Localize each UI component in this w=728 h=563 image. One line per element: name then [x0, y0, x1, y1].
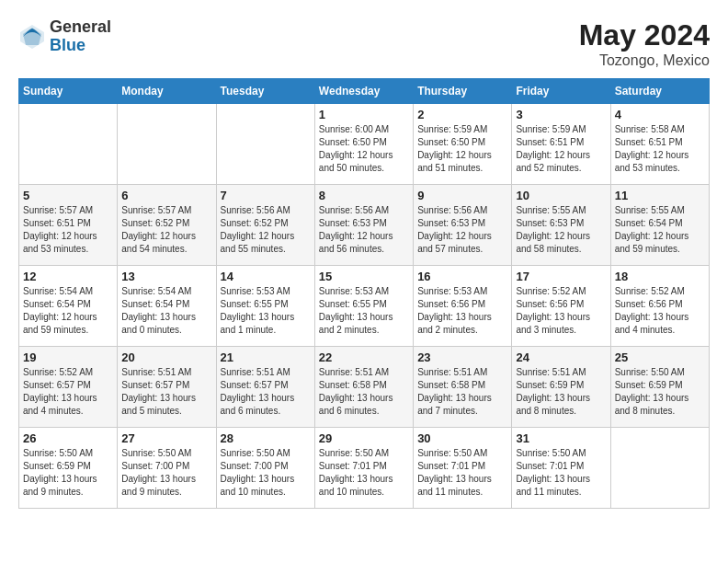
- calendar-week-row: 19Sunrise: 5:52 AM Sunset: 6:57 PM Dayli…: [19, 347, 710, 428]
- day-number: 17: [516, 270, 606, 283]
- day-info: Sunrise: 5:50 AM Sunset: 7:01 PM Dayligh…: [319, 447, 409, 499]
- day-info: Sunrise: 5:51 AM Sunset: 6:58 PM Dayligh…: [417, 366, 507, 418]
- day-info: Sunrise: 5:59 AM Sunset: 6:50 PM Dayligh…: [417, 123, 507, 175]
- day-info: Sunrise: 5:55 AM Sunset: 6:54 PM Dayligh…: [615, 204, 705, 256]
- calendar-cell: 23Sunrise: 5:51 AM Sunset: 6:58 PM Dayli…: [414, 347, 512, 428]
- calendar-cell: [19, 104, 118, 185]
- calendar-cell: 20Sunrise: 5:51 AM Sunset: 6:57 PM Dayli…: [118, 347, 216, 428]
- day-info: Sunrise: 5:57 AM Sunset: 6:52 PM Dayligh…: [121, 204, 211, 256]
- day-number: 4: [615, 108, 705, 121]
- calendar-cell: 8Sunrise: 5:56 AM Sunset: 6:53 PM Daylig…: [314, 185, 413, 266]
- page-title: May 2024: [579, 18, 710, 52]
- day-info: Sunrise: 5:52 AM Sunset: 6:57 PM Dayligh…: [23, 366, 113, 418]
- days-header-row: SundayMondayTuesdayWednesdayThursdayFrid…: [19, 79, 710, 104]
- day-number: 14: [221, 270, 311, 283]
- day-info: Sunrise: 5:53 AM Sunset: 6:55 PM Dayligh…: [221, 285, 311, 337]
- calendar-cell: 7Sunrise: 5:56 AM Sunset: 6:52 PM Daylig…: [216, 185, 314, 266]
- calendar-cell: 27Sunrise: 5:50 AM Sunset: 7:00 PM Dayli…: [118, 428, 216, 509]
- calendar-cell: 5Sunrise: 5:57 AM Sunset: 6:51 PM Daylig…: [19, 185, 118, 266]
- day-info: Sunrise: 5:54 AM Sunset: 6:54 PM Dayligh…: [121, 285, 211, 337]
- calendar-cell: 21Sunrise: 5:51 AM Sunset: 6:57 PM Dayli…: [216, 347, 314, 428]
- day-number: 31: [516, 431, 606, 445]
- logo-general: General: [50, 18, 111, 37]
- day-info: Sunrise: 5:54 AM Sunset: 6:54 PM Dayligh…: [23, 285, 113, 337]
- calendar-cell: 25Sunrise: 5:50 AM Sunset: 6:59 PM Dayli…: [610, 347, 709, 428]
- day-of-week-header: Thursday: [414, 79, 512, 104]
- day-info: Sunrise: 5:51 AM Sunset: 6:57 PM Dayligh…: [121, 366, 211, 418]
- calendar-week-row: 12Sunrise: 5:54 AM Sunset: 6:54 PM Dayli…: [19, 266, 710, 347]
- calendar-cell: 18Sunrise: 5:52 AM Sunset: 6:56 PM Dayli…: [610, 266, 709, 347]
- day-number: 11: [615, 189, 705, 202]
- day-of-week-header: Wednesday: [314, 79, 413, 104]
- day-number: 23: [417, 350, 507, 364]
- day-number: 6: [121, 189, 211, 202]
- page-header: General Blue May 2024 Tozongo, Mexico: [18, 18, 710, 69]
- day-number: 2: [417, 108, 507, 121]
- calendar-table: SundayMondayTuesdayWednesdayThursdayFrid…: [18, 78, 710, 509]
- calendar-cell: 29Sunrise: 5:50 AM Sunset: 7:01 PM Dayli…: [314, 428, 413, 509]
- calendar-cell: 24Sunrise: 5:51 AM Sunset: 6:59 PM Dayli…: [512, 347, 610, 428]
- calendar-week-row: 1Sunrise: 6:00 AM Sunset: 6:50 PM Daylig…: [19, 104, 710, 185]
- calendar-cell: 22Sunrise: 5:51 AM Sunset: 6:58 PM Dayli…: [314, 347, 413, 428]
- day-number: 22: [319, 350, 409, 364]
- calendar-cell: [610, 428, 709, 509]
- day-info: Sunrise: 5:53 AM Sunset: 6:55 PM Dayligh…: [319, 285, 409, 337]
- day-of-week-header: Friday: [512, 79, 610, 104]
- day-info: Sunrise: 5:55 AM Sunset: 6:53 PM Dayligh…: [516, 204, 606, 256]
- day-number: 15: [319, 270, 409, 283]
- day-number: 3: [516, 108, 606, 121]
- day-number: 5: [23, 189, 113, 202]
- day-number: 26: [23, 431, 113, 445]
- calendar-cell: 17Sunrise: 5:52 AM Sunset: 6:56 PM Dayli…: [512, 266, 610, 347]
- calendar-cell: 16Sunrise: 5:53 AM Sunset: 6:56 PM Dayli…: [414, 266, 512, 347]
- day-info: Sunrise: 5:51 AM Sunset: 6:58 PM Dayligh…: [319, 366, 409, 418]
- calendar-week-row: 26Sunrise: 5:50 AM Sunset: 6:59 PM Dayli…: [19, 428, 710, 509]
- day-info: Sunrise: 5:50 AM Sunset: 7:01 PM Dayligh…: [417, 447, 507, 499]
- calendar-cell: 30Sunrise: 5:50 AM Sunset: 7:01 PM Dayli…: [414, 428, 512, 509]
- calendar-cell: 10Sunrise: 5:55 AM Sunset: 6:53 PM Dayli…: [512, 185, 610, 266]
- day-number: 18: [615, 270, 705, 283]
- title-block: May 2024 Tozongo, Mexico: [579, 18, 710, 69]
- day-info: Sunrise: 5:50 AM Sunset: 7:01 PM Dayligh…: [516, 447, 606, 499]
- day-number: 13: [121, 270, 211, 283]
- day-info: Sunrise: 5:59 AM Sunset: 6:51 PM Dayligh…: [516, 123, 606, 175]
- calendar-cell: 14Sunrise: 5:53 AM Sunset: 6:55 PM Dayli…: [216, 266, 314, 347]
- day-number: 24: [516, 350, 606, 364]
- calendar-cell: 3Sunrise: 5:59 AM Sunset: 6:51 PM Daylig…: [512, 104, 610, 185]
- day-number: 29: [319, 431, 409, 445]
- day-info: Sunrise: 5:56 AM Sunset: 6:52 PM Dayligh…: [221, 204, 311, 256]
- calendar-cell: 6Sunrise: 5:57 AM Sunset: 6:52 PM Daylig…: [118, 185, 216, 266]
- calendar-cell: 15Sunrise: 5:53 AM Sunset: 6:55 PM Dayli…: [314, 266, 413, 347]
- day-number: 21: [221, 350, 311, 364]
- page-subtitle: Tozongo, Mexico: [579, 52, 710, 69]
- calendar-cell: 4Sunrise: 5:58 AM Sunset: 6:51 PM Daylig…: [610, 104, 709, 185]
- day-info: Sunrise: 5:50 AM Sunset: 6:59 PM Dayligh…: [615, 366, 705, 418]
- day-number: 1: [319, 108, 409, 121]
- day-info: Sunrise: 5:51 AM Sunset: 6:57 PM Dayligh…: [221, 366, 311, 418]
- day-info: Sunrise: 5:50 AM Sunset: 7:00 PM Dayligh…: [121, 447, 211, 499]
- day-info: Sunrise: 5:56 AM Sunset: 6:53 PM Dayligh…: [319, 204, 409, 256]
- day-info: Sunrise: 5:57 AM Sunset: 6:51 PM Dayligh…: [23, 204, 113, 256]
- logo: General Blue: [18, 18, 111, 55]
- day-number: 12: [23, 270, 113, 283]
- calendar-cell: 31Sunrise: 5:50 AM Sunset: 7:01 PM Dayli…: [512, 428, 610, 509]
- day-number: 9: [417, 189, 507, 202]
- day-of-week-header: Tuesday: [216, 79, 314, 104]
- day-info: Sunrise: 5:50 AM Sunset: 7:00 PM Dayligh…: [221, 447, 311, 499]
- calendar-cell: 1Sunrise: 6:00 AM Sunset: 6:50 PM Daylig…: [314, 104, 413, 185]
- day-info: Sunrise: 5:56 AM Sunset: 6:53 PM Dayligh…: [417, 204, 507, 256]
- day-info: Sunrise: 5:58 AM Sunset: 6:51 PM Dayligh…: [615, 123, 705, 175]
- logo-blue: Blue: [50, 37, 111, 55]
- calendar-cell: 2Sunrise: 5:59 AM Sunset: 6:50 PM Daylig…: [414, 104, 512, 185]
- calendar-cell: 28Sunrise: 5:50 AM Sunset: 7:00 PM Dayli…: [216, 428, 314, 509]
- day-of-week-header: Monday: [118, 79, 216, 104]
- day-number: 30: [417, 431, 507, 445]
- day-number: 19: [23, 350, 113, 364]
- day-number: 10: [516, 189, 606, 202]
- day-number: 8: [319, 189, 409, 202]
- day-info: Sunrise: 5:53 AM Sunset: 6:56 PM Dayligh…: [417, 285, 507, 337]
- day-of-week-header: Sunday: [19, 79, 118, 104]
- calendar-cell: 13Sunrise: 5:54 AM Sunset: 6:54 PM Dayli…: [118, 266, 216, 347]
- day-info: Sunrise: 6:00 AM Sunset: 6:50 PM Dayligh…: [319, 123, 409, 175]
- day-info: Sunrise: 5:50 AM Sunset: 6:59 PM Dayligh…: [23, 447, 113, 499]
